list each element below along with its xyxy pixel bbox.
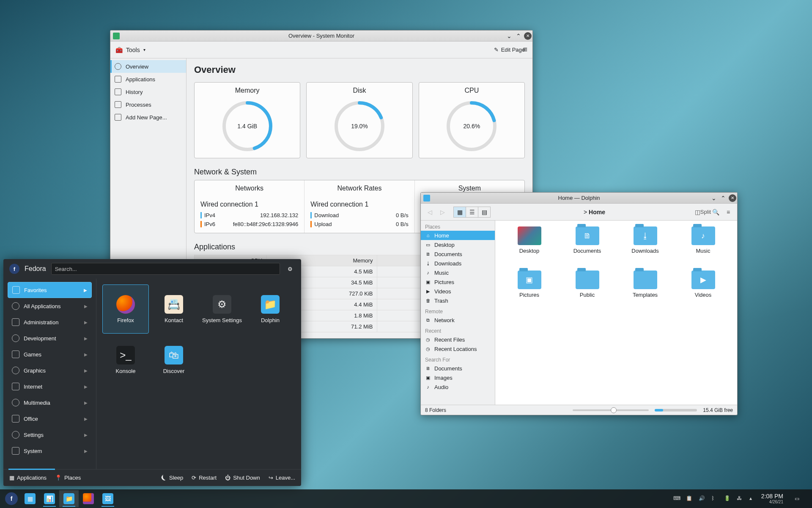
files-view[interactable]: Desktop🗎Documents⭳Downloads♪Music▣Pictur… <box>495 221 737 405</box>
place-item-pictures[interactable]: ▣Pictures <box>421 277 495 287</box>
keyboard-icon[interactable]: ⌨ <box>673 495 680 502</box>
app-system-settings[interactable]: ⚙System Settings <box>199 284 245 334</box>
place-item-documents[interactable]: 🗎Documents <box>421 249 495 259</box>
place-item-music[interactable]: ♪Music <box>421 268 495 277</box>
app-discover[interactable]: 🛍Discover <box>151 335 197 384</box>
leave-button[interactable]: ↪Leave... <box>269 475 295 481</box>
dolphin-window: Home — Dolphin ◁ ▷ ▦ ☰ ▤ > Home ◫ Split … <box>420 192 738 415</box>
split-button[interactable]: ◫ Split <box>698 207 708 217</box>
folder-downloads[interactable]: ⭳Downloads <box>617 226 673 269</box>
folder-public[interactable]: Public <box>559 271 615 313</box>
place-item-trash[interactable]: 🗑Trash <box>421 296 495 305</box>
tab-applications[interactable]: ▦Applications <box>9 475 47 481</box>
maximize-button[interactable] <box>515 32 522 40</box>
place-item-network[interactable]: ⧉Network <box>421 315 495 325</box>
task-image-viewer[interactable]: 🖼 <box>98 490 118 507</box>
folder-pictures[interactable]: ▣Pictures <box>501 271 557 313</box>
app-dolphin[interactable]: 📁Dolphin <box>247 284 294 334</box>
places-section-header: Remote <box>421 305 495 315</box>
task-sysmon[interactable]: 📊 <box>40 490 59 507</box>
close-button[interactable] <box>729 194 736 202</box>
search-input[interactable]: Search... <box>51 263 280 275</box>
maximize-button[interactable] <box>719 194 727 202</box>
category-all-applications[interactable]: All Applications▶ <box>8 298 92 314</box>
shutdown-button[interactable]: ⏻Shut Down <box>225 475 260 481</box>
titlebar[interactable]: Overview - System Monitor <box>110 30 532 41</box>
place-item-recent-locations[interactable]: ◷Recent Locations <box>421 344 495 353</box>
folder-music[interactable]: ♪Music <box>675 226 731 269</box>
place-icon: ◷ <box>425 337 431 342</box>
back-button[interactable]: ◁ <box>425 207 434 217</box>
compact-view-button[interactable]: ☰ <box>466 207 478 218</box>
folder-templates[interactable]: Templates <box>617 271 673 313</box>
restart-button[interactable]: ⟳Restart <box>192 475 217 481</box>
app-icon: 🛍 <box>165 346 183 364</box>
app-kontact[interactable]: 📇Kontact <box>151 284 197 334</box>
zoom-slider[interactable] <box>573 409 649 411</box>
category-settings[interactable]: Settings▶ <box>8 427 92 443</box>
launcher-button[interactable]: f <box>5 492 18 505</box>
titlebar[interactable]: Home — Dolphin <box>421 193 737 204</box>
task-pager[interactable]: ▦ <box>20 490 40 507</box>
folder-videos[interactable]: ▶Videos <box>675 271 731 313</box>
place-item-recent-files[interactable]: ◷Recent Files <box>421 335 495 344</box>
memory-card: Memory 1.4 GiB <box>194 82 300 158</box>
places-section-header: Search For <box>421 353 495 364</box>
place-item-videos[interactable]: ▶Videos <box>421 287 495 296</box>
category-icon <box>12 367 19 374</box>
folder-desktop[interactable]: Desktop <box>501 226 557 269</box>
place-item-audio[interactable]: ♪Audio <box>421 382 495 392</box>
task-dolphin[interactable]: 📁 <box>59 490 79 507</box>
volume-icon[interactable]: 🔊 <box>699 495 705 502</box>
tab-places[interactable]: 📍Places <box>55 475 81 481</box>
window-title: Overview - System Monitor <box>110 33 532 39</box>
sidebar-item-processes[interactable]: Processes <box>110 98 186 111</box>
battery-icon[interactable]: 🔋 <box>724 495 731 502</box>
category-administration[interactable]: Administration▶ <box>8 314 92 330</box>
category-development[interactable]: Development▶ <box>8 330 92 346</box>
folder-documents[interactable]: 🗎Documents <box>559 226 615 269</box>
hamburger-menu[interactable]: ≡ <box>724 207 733 217</box>
clipboard-icon[interactable]: 📋 <box>686 495 693 502</box>
sidebar-item-overview[interactable]: Overview <box>110 60 186 73</box>
place-item-images[interactable]: ▣Images <box>421 373 495 382</box>
forward-button[interactable]: ▷ <box>438 207 447 217</box>
network-icon[interactable]: 🖧 <box>737 495 743 502</box>
sidebar-item-add-new-page-[interactable]: Add New Page... <box>110 111 186 124</box>
place-item-downloads[interactable]: ⭳Downloads <box>421 259 495 268</box>
chevron-up-icon[interactable]: ▴ <box>749 495 756 502</box>
category-graphics[interactable]: Graphics▶ <box>8 362 92 378</box>
category-office[interactable]: Office▶ <box>8 411 92 427</box>
sidebar-item-history[interactable]: History <box>110 86 186 98</box>
minimize-button[interactable] <box>710 194 718 202</box>
breadcrumb[interactable]: > Home <box>494 209 695 215</box>
grid-icon: ▦ <box>9 475 14 481</box>
donut-chart: 1.4 GiB <box>220 99 275 154</box>
show-desktop-button[interactable]: ▭ <box>788 490 805 507</box>
place-item-desktop[interactable]: ▭Desktop <box>421 240 495 249</box>
category-system[interactable]: System▶ <box>8 443 92 459</box>
clock[interactable]: 2:08 PM 4/26/21 <box>761 493 783 505</box>
icons-view-button[interactable]: ▦ <box>453 207 466 218</box>
place-item-documents[interactable]: 🗎Documents <box>421 364 495 373</box>
configure-button[interactable]: ⚙ <box>285 264 295 274</box>
tools-menu[interactable]: 🧰 Tools ▾ <box>115 47 145 53</box>
category-favorites[interactable]: Favorites▶ <box>8 282 92 298</box>
category-games[interactable]: Games▶ <box>8 346 92 362</box>
sidebar-icon <box>115 76 121 83</box>
search-button[interactable]: 🔍 <box>711 207 720 217</box>
task-firefox[interactable] <box>79 490 98 507</box>
sleep-button[interactable]: ⏾Sleep <box>161 475 183 481</box>
app-konsole[interactable]: >_Konsole <box>102 335 149 384</box>
minimize-button[interactable] <box>505 32 513 40</box>
close-button[interactable] <box>524 32 532 40</box>
details-view-button[interactable]: ▤ <box>478 207 491 218</box>
sidebar-icon <box>115 101 121 108</box>
category-multimedia[interactable]: Multimedia▶ <box>8 395 92 411</box>
bluetooth-icon[interactable]: ᛒ <box>711 495 718 502</box>
folder-icon: ▶ <box>691 271 715 289</box>
sidebar-item-applications[interactable]: Applications <box>110 73 186 86</box>
category-internet[interactable]: Internet▶ <box>8 378 92 395</box>
app-firefox[interactable]: Firefox <box>102 284 149 334</box>
place-item-home[interactable]: ⌂Home <box>421 231 495 240</box>
